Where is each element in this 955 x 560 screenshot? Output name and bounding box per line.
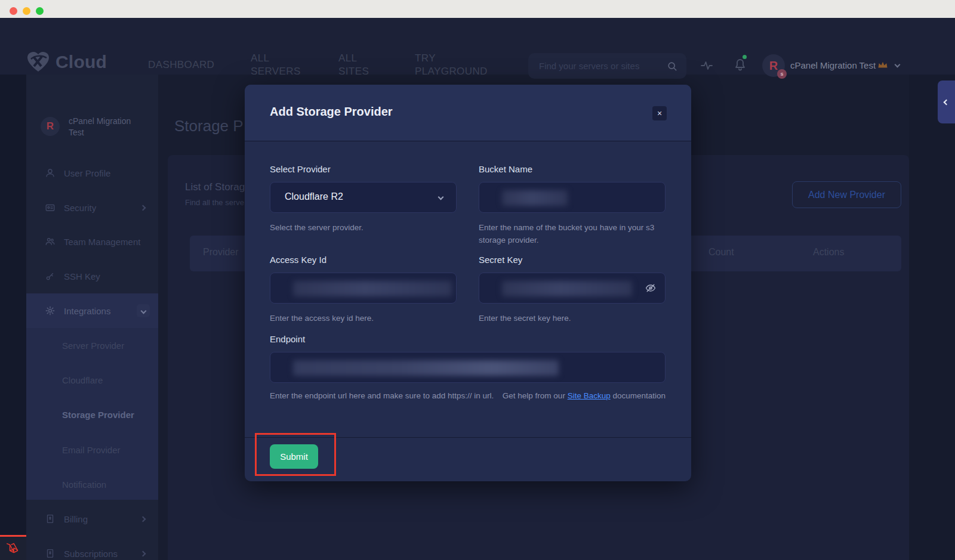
team-icon xyxy=(45,236,56,247)
close-icon[interactable]: × xyxy=(652,106,667,120)
modal-header: Add Storage Provider × xyxy=(245,85,691,141)
laravel-debug-badge[interactable] xyxy=(0,535,26,560)
notifications-bell-icon[interactable] xyxy=(733,57,747,72)
endpoint-input[interactable] xyxy=(270,352,666,383)
chevron-down-icon xyxy=(438,194,444,200)
secret-key-label: Secret Key xyxy=(479,255,666,265)
nav-item-all-servers[interactable]: ALL SERVERS xyxy=(251,52,310,78)
chevron-right-icon xyxy=(140,550,146,556)
table-header-provider: Provider xyxy=(203,247,239,258)
app-window: Cloud DASHBOARD ALL SERVERS ALL SITES TR… xyxy=(0,0,955,560)
sidebar-avatar[interactable]: R xyxy=(41,117,60,136)
card-subtitle: Find all the serve xyxy=(185,198,244,207)
submit-button[interactable]: Submit xyxy=(270,444,318,469)
secret-key-help-text: Enter the secret key here. xyxy=(479,312,666,324)
sidebar-item-label: Team Management xyxy=(64,237,140,247)
sidebar-subitem-label: Storage Provider xyxy=(62,410,134,420)
sidebar-account-name[interactable]: cPanel Migration Test xyxy=(69,116,140,138)
provider-help-text: Select the server provider. xyxy=(270,221,457,234)
page-title: Storage P xyxy=(174,117,244,135)
redacted-value xyxy=(502,281,632,296)
sidebar-item-label: Integrations xyxy=(64,306,110,316)
bucket-name-input[interactable] xyxy=(479,182,666,213)
chevron-right-icon xyxy=(140,516,146,522)
user-icon xyxy=(45,168,56,178)
brand-name: Cloud xyxy=(56,52,107,72)
help-prefix: Get help from our xyxy=(503,391,568,400)
sidebar-subitem-label: Notification xyxy=(62,479,106,490)
minimize-traffic-light[interactable] xyxy=(23,7,30,15)
sidebar-item-user-profile[interactable]: User Profile xyxy=(26,156,158,190)
card-title: List of Storag xyxy=(185,181,245,193)
sidebar-item-team-management[interactable]: Team Management xyxy=(26,225,158,258)
sidebar-item-billing[interactable]: Billing xyxy=(26,502,158,536)
sidebar-subitem-cloudflare[interactable]: Cloudflare xyxy=(26,363,158,397)
add-storage-provider-modal: Add Storage Provider × Select Provider C… xyxy=(245,85,691,481)
collapse-panel-tab[interactable] xyxy=(938,81,955,123)
close-traffic-light[interactable] xyxy=(10,7,17,15)
sidebar-item-integrations[interactable]: Integrations xyxy=(26,294,158,327)
gear-icon xyxy=(45,305,56,316)
sidebar-subitem-storage-provider[interactable]: Storage Provider xyxy=(26,398,158,431)
redacted-value xyxy=(502,190,568,206)
receipt-icon xyxy=(45,513,56,524)
integrations-collapse-toggle[interactable] xyxy=(137,304,150,317)
sidebar-subitem-label: Email Provider xyxy=(62,445,121,455)
sidebar-avatar-initial: R xyxy=(47,120,54,132)
nav-item-dashboard[interactable]: DASHBOARD xyxy=(148,58,214,72)
add-new-provider-button[interactable]: Add New Provider xyxy=(792,181,901,208)
notification-status-dot xyxy=(743,55,747,59)
provider-select-value: Cloudflare R2 xyxy=(285,191,343,202)
sidebar-item-label: User Profile xyxy=(64,168,110,178)
receipt-icon xyxy=(45,548,56,559)
sidebar-item-label: Subscriptions xyxy=(64,549,118,559)
chevron-right-icon xyxy=(140,205,146,211)
sidebar-item-security[interactable]: Security xyxy=(26,191,158,224)
table-header-count: Count xyxy=(708,247,734,258)
heart-x-logo-icon xyxy=(26,51,50,73)
sidebar-subitem-notification[interactable]: Notification xyxy=(26,468,158,501)
brand-logo[interactable]: Cloud xyxy=(26,51,107,73)
modal-title: Add Storage Provider xyxy=(270,105,393,119)
provider-select[interactable]: Cloudflare R2 xyxy=(270,182,457,213)
table-header-actions: Actions xyxy=(813,247,844,258)
sidebar-item-ssh-key[interactable]: SSH Key xyxy=(26,259,158,293)
access-key-help-text: Enter the access key id here. xyxy=(270,312,457,324)
help-suffix: documentation xyxy=(611,391,666,400)
right-strip xyxy=(909,75,955,560)
left-gutter xyxy=(0,75,26,560)
sidebar-subitem-label: Server Provider xyxy=(62,341,124,351)
avatar-badge: s xyxy=(777,69,787,79)
activity-icon[interactable] xyxy=(700,58,714,73)
search-icon[interactable] xyxy=(666,60,678,72)
redacted-value xyxy=(293,360,559,376)
endpoint-help-text: Enter the endpoint url here and make sur… xyxy=(270,391,494,400)
zoom-traffic-light[interactable] xyxy=(36,7,44,15)
access-key-input[interactable] xyxy=(270,273,457,304)
endpoint-label: Endpoint xyxy=(270,334,457,344)
search-input[interactable] xyxy=(539,61,666,71)
sidebar-subitem-label: Cloudflare xyxy=(62,375,103,385)
sidebar-item-label: Billing xyxy=(64,514,88,524)
laravel-icon xyxy=(5,541,21,556)
redacted-value xyxy=(293,281,452,296)
avatar-initial: R xyxy=(769,59,778,73)
sidebar-subitem-server-provider[interactable]: Server Provider xyxy=(26,329,158,362)
site-backup-link[interactable]: Site Backup xyxy=(568,391,611,400)
sidebar-item-label: Security xyxy=(64,203,96,213)
nav-item-all-sites[interactable]: ALL SITES xyxy=(338,52,377,78)
endpoint-help-right: Get help from our Site Backup documentat… xyxy=(503,391,666,400)
modal-footer-divider xyxy=(245,437,691,438)
crown-icon xyxy=(877,60,888,70)
sidebar-subitem-email-provider[interactable]: Email Provider xyxy=(26,433,158,466)
global-search xyxy=(528,53,686,79)
secret-key-input[interactable] xyxy=(479,273,666,304)
sidebar-item-label: SSH Key xyxy=(64,271,100,281)
endpoint-help-row: Enter the endpoint url here and make sur… xyxy=(270,391,666,400)
account-name[interactable]: cPanel Migration Test xyxy=(790,60,876,70)
sidebar-item-subscriptions[interactable]: Subscriptions xyxy=(26,537,158,560)
account-chevron-down-icon[interactable] xyxy=(895,62,901,68)
nav-item-try-playground[interactable]: TRY PLAYGROUND xyxy=(415,52,504,78)
bucket-name-label: Bucket Name xyxy=(479,164,666,174)
eye-off-icon[interactable] xyxy=(645,282,657,294)
